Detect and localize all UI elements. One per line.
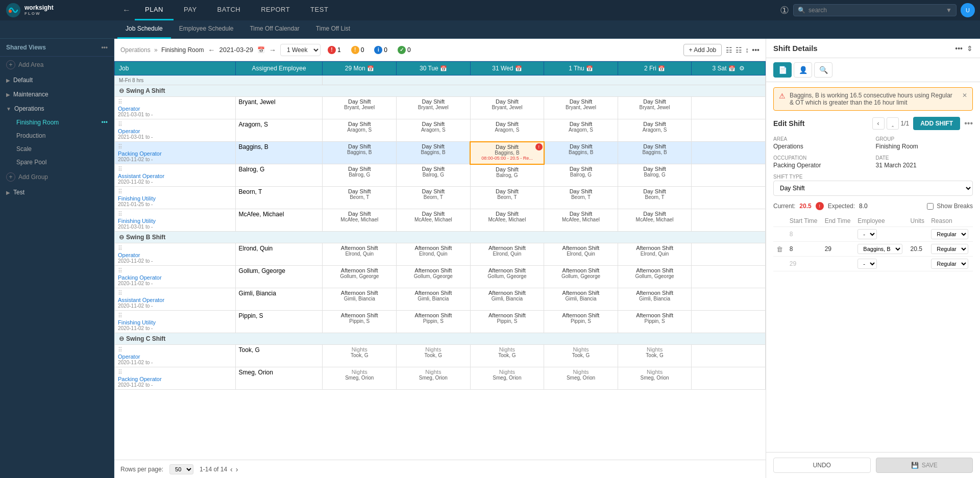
shift-cell[interactable]: NightsTook, G: [397, 345, 471, 367]
shift-cell[interactable]: Afternoon ShiftPippin, S: [470, 311, 544, 333]
save-button[interactable]: 💾 SAVE: [876, 458, 973, 473]
shift-cell[interactable]: Day ShiftBryant, Jewel: [618, 97, 692, 119]
shift-more-icon[interactable]: •••: [964, 119, 973, 128]
shift-cell[interactable]: NightsSmeg, Orion: [323, 367, 397, 390]
shift-cell[interactable]: Day ShiftBeorn, T: [323, 187, 397, 209]
col-settings-icon[interactable]: ⚙: [739, 65, 745, 72]
drag-handle[interactable]: ⠿: [118, 143, 122, 150]
show-breaks-checkbox[interactable]: [927, 203, 934, 210]
prev-page-button[interactable]: ‹: [230, 465, 233, 473]
search-dropdown-arrow[interactable]: ▼: [946, 7, 952, 14]
breadcrumb-finishing-room[interactable]: Finishing Room: [161, 46, 204, 54]
undo-button[interactable]: UNDO: [773, 458, 871, 473]
shift-cell[interactable]: [692, 345, 766, 367]
shift-cell[interactable]: Day ShiftBalrog, G: [470, 164, 544, 187]
sidebar-item-production[interactable]: Production: [0, 129, 114, 142]
shift-cell[interactable]: Day ShiftBryant, Jewel: [397, 97, 471, 119]
shift-cell[interactable]: NightsTook, G: [618, 345, 692, 367]
shift-cell[interactable]: [692, 187, 766, 209]
tab-test[interactable]: TEST: [300, 0, 338, 20]
delete-row-button[interactable]: 🗑: [776, 245, 783, 253]
shift-cell[interactable]: Day ShiftBeorn, T: [544, 187, 618, 209]
employee-select[interactable]: -: [857, 259, 877, 269]
shift-cell[interactable]: Afternoon ShiftGollum, Ggeorge: [397, 266, 471, 288]
job-name[interactable]: Assistant Operator: [118, 297, 232, 303]
shift-cell[interactable]: Day ShiftBaggins, B: [618, 142, 692, 164]
shift-cell[interactable]: Afternoon ShiftGimli, Biancia: [323, 288, 397, 311]
shift-cell[interactable]: Day ShiftBryant, Jewel: [470, 97, 544, 119]
shift-cell[interactable]: Day ShiftAragorn, S: [618, 119, 692, 142]
shift-cell-error[interactable]: ! Day Shift Baggins, B 08:00-05:00 - 20.…: [470, 142, 544, 164]
shift-cell[interactable]: Afternoon ShiftGollum, Ggeorge: [470, 266, 544, 288]
shift-cell[interactable]: Day ShiftBaggins, B: [544, 142, 618, 164]
panel-tab-search[interactable]: 🔍: [814, 62, 832, 78]
shift-cell[interactable]: Afternoon ShiftElrond, Quin: [470, 243, 544, 266]
shift-cell[interactable]: [692, 266, 766, 288]
shift-cell[interactable]: Afternoon ShiftGollum, Ggeorge: [618, 266, 692, 288]
shift-cell[interactable]: Day ShiftMcAfee, Michael: [397, 209, 471, 232]
day5-cal-icon[interactable]: 📅: [728, 65, 736, 71]
shared-views-menu[interactable]: •••: [101, 44, 108, 51]
tab-employee-schedule[interactable]: Employee Schedule: [171, 20, 242, 39]
shift-cell[interactable]: [692, 142, 766, 164]
rows-per-page-select[interactable]: 50: [169, 464, 193, 474]
tab-report[interactable]: REPORT: [251, 0, 300, 20]
drag-handle[interactable]: ⠿: [118, 346, 122, 354]
breadcrumb-operations[interactable]: Operations: [120, 46, 151, 54]
user-avatar[interactable]: U: [961, 3, 975, 17]
shift-cell[interactable]: Afternoon ShiftGollum, Ggeorge: [544, 266, 618, 288]
sidebar-item-spare-pool[interactable]: Spare Pool: [0, 156, 114, 169]
job-name[interactable]: Finishing Utility: [118, 319, 232, 325]
more-icon[interactable]: •••: [752, 46, 760, 54]
day3-cal-icon[interactable]: 📅: [586, 65, 593, 71]
tab-pay[interactable]: PAY: [174, 0, 207, 20]
reason-select[interactable]: Regular: [931, 229, 968, 239]
shift-cell[interactable]: NightsTook, G: [323, 345, 397, 367]
shift-cell[interactable]: Day ShiftAragorn, S: [397, 119, 471, 142]
panel-expand-icon[interactable]: ⇕: [967, 44, 973, 53]
shift-cell[interactable]: Afternoon ShiftGollum, Ggeorge: [323, 266, 397, 288]
job-name[interactable]: Assistant Operator: [118, 173, 232, 179]
shift-cell[interactable]: Afternoon ShiftGimli, Biancia: [470, 288, 544, 311]
tab-batch[interactable]: BATCH: [207, 0, 251, 20]
panel-more-icon[interactable]: •••: [955, 44, 963, 53]
shift-cell[interactable]: NightsSmeg, Orion: [544, 367, 618, 390]
job-name[interactable]: Operator: [118, 252, 232, 258]
shift-cell[interactable]: Day ShiftBeorn, T: [618, 187, 692, 209]
grid-icon[interactable]: ☷: [736, 46, 742, 54]
shift-cell[interactable]: [692, 311, 766, 333]
shift-cell[interactable]: Day ShiftAragorn, S: [470, 119, 544, 142]
shift-cell[interactable]: [692, 119, 766, 142]
sidebar-item-operations[interactable]: ▼ Operations: [0, 102, 114, 116]
shift-cell[interactable]: Day ShiftBryant, Jewel: [323, 97, 397, 119]
filter-icon[interactable]: ☷: [726, 46, 732, 54]
drag-handle[interactable]: ⠿: [118, 369, 122, 376]
shift-cell[interactable]: Day ShiftMcAfee, Michael: [470, 209, 544, 232]
shift-cell[interactable]: NightsSmeg, Orion: [618, 367, 692, 390]
shift-cell[interactable]: Day ShiftBalrog, G: [323, 164, 397, 187]
reason-select[interactable]: Regular: [931, 244, 968, 254]
alert-close-button[interactable]: ✕: [962, 92, 967, 99]
shift-cell[interactable]: Afternoon ShiftPippin, S: [544, 311, 618, 333]
sidebar-item-finishing-room[interactable]: Finishing Room •••: [0, 116, 114, 129]
panel-tab-person[interactable]: 👤: [794, 62, 812, 78]
next-page-button[interactable]: ›: [236, 465, 238, 473]
job-name[interactable]: Operator: [118, 354, 232, 360]
drag-handle[interactable]: ⠿: [118, 290, 122, 297]
employee-select[interactable]: Baggins, B: [857, 244, 902, 254]
shift-cell[interactable]: Day ShiftBeorn, T: [470, 187, 544, 209]
shift-cell[interactable]: Day ShiftBeorn, T: [397, 187, 471, 209]
next-date-button[interactable]: →: [269, 46, 276, 54]
drag-handle[interactable]: ⠿: [118, 188, 122, 195]
shift-cell[interactable]: [692, 288, 766, 311]
job-name[interactable]: Packing Operator: [118, 376, 232, 382]
shift-cell[interactable]: Day ShiftAragorn, S: [323, 119, 397, 142]
drag-handle[interactable]: ⠿: [118, 267, 122, 274]
shift-cell[interactable]: [692, 243, 766, 266]
drag-handle[interactable]: ⠿: [118, 245, 122, 252]
add-area-button[interactable]: + Add Area: [0, 57, 114, 73]
shift-cell[interactable]: NightsSmeg, Orion: [470, 367, 544, 390]
show-breaks-toggle[interactable]: Show Breaks: [927, 203, 973, 210]
shift-cell[interactable]: NightsSmeg, Orion: [397, 367, 471, 390]
calendar-icon[interactable]: 📅: [257, 46, 265, 54]
